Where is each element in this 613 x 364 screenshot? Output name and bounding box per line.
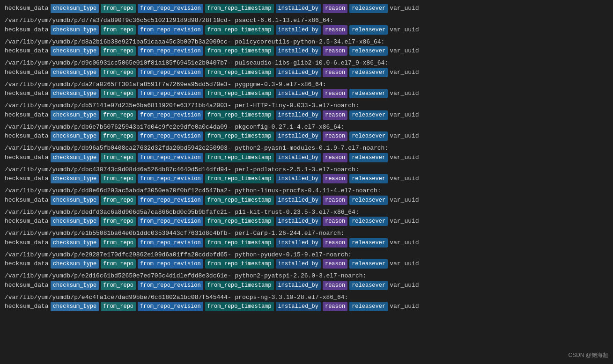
badge-from_repo_timestamp: from_repo_timestamp [205,153,274,162]
badge-from_repo_timestamp: from_repo_timestamp [205,238,274,248]
badge-from_repo_revision: from_repo_revision [138,25,203,35]
field-var_uuid: var_uuid [390,238,419,248]
badge-checksum_type: checksum_type [51,174,99,183]
path-line: /var/lib/yum/yumdb/p/e1b55081ba64e0b1ddc… [5,229,608,238]
badge-from_repo: from_repo [101,25,136,35]
badge-from_repo: from_repo [101,46,136,56]
field-hecksum_data: hecksum_data [5,217,49,226]
badge-checksum_type: checksum_type [51,131,99,141]
badge-from_repo_revision: from_repo_revision [138,259,203,269]
path-line: /var/lib/yum/yumdb/p/d9c06931cc5065e010f… [5,58,608,68]
field-var_uuid: var_uuid [390,89,419,98]
badge-installed_by: installed_by [276,89,321,98]
table-row: /var/lib/yum/yumdb/p/e4c4fa1ce7dad99bbe7… [5,293,608,312]
field-hecksum_data: hecksum_data [5,302,49,311]
path-line: /var/lib/yum/yumdb/p/da2fa0265ff301afa85… [5,80,608,89]
badge-reason: reason [323,153,347,162]
badge-from_repo_revision: from_repo_revision [138,110,203,120]
badge-from_repo: from_repo [101,217,136,226]
table-row: /var/lib/yum/yumdb/p/dd8e66d203ac5abdaf3… [5,186,608,205]
badge-from_repo_timestamp: from_repo_timestamp [205,4,274,13]
badge-reason: reason [323,302,347,311]
badge-from_repo_revision: from_repo_revision [138,302,203,311]
path-line: /var/lib/yum/yumdb/p/db57141e07d235e6ba6… [5,101,608,110]
fields-line: hecksum_datachecksum_typefrom_repofrom_r… [5,89,608,98]
badge-from_repo_timestamp: from_repo_timestamp [205,174,274,183]
badge-from_repo_revision: from_repo_revision [138,174,203,183]
badge-releasever: releasever [349,153,388,162]
field-var_uuid: var_uuid [390,25,419,35]
field-var_uuid: var_uuid [390,217,419,226]
field-var_uuid: var_uuid [390,4,419,13]
badge-checksum_type: checksum_type [51,281,99,290]
fields-line: hecksum_datachecksum_typefrom_repofrom_r… [5,46,608,56]
badge-from_repo_timestamp: from_repo_timestamp [205,259,274,269]
fields-line: hecksum_datachecksum_typefrom_repofrom_r… [5,238,608,248]
field-hecksum_data: hecksum_data [5,89,49,98]
badge-installed_by: installed_by [276,174,321,183]
badge-checksum_type: checksum_type [51,46,99,56]
table-row: /var/lib/yum/yumdb/p/dedfd3ac6a8d906d5a7… [5,208,608,226]
badge-releasever: releasever [349,89,388,98]
field-var_uuid: var_uuid [390,68,419,77]
fields-line: hecksum_datachecksum_typefrom_repofrom_r… [5,131,608,141]
table-row: /var/lib/yum/yumdb/p/d9c06931cc5065e010f… [5,58,608,77]
badge-releasever: releasever [349,174,388,183]
fields-line: hecksum_datachecksum_typefrom_repofrom_r… [5,174,608,183]
path-line: /var/lib/yum/yumdb/p/dedfd3ac6a8d906d5a7… [5,208,608,217]
badge-from_repo_revision: from_repo_revision [138,217,203,226]
badge-checksum_type: checksum_type [51,89,99,98]
fields-line: hecksum_datachecksum_typefrom_repofrom_r… [5,25,608,35]
field-var_uuid: var_uuid [390,281,419,290]
fields-line: hecksum_datachecksum_typefrom_repofrom_r… [5,217,608,226]
table-row: /var/lib/yum/yumdb/p/db6e7b507625943b17d… [5,123,608,141]
field-var_uuid: var_uuid [390,259,419,269]
badge-checksum_type: checksum_type [51,4,99,13]
badge-reason: reason [323,46,347,56]
badge-checksum_type: checksum_type [51,259,99,269]
table-row: /var/lib/yum/yumdb/p/db57141e07d235e6ba6… [5,101,608,120]
badge-releasever: releasever [349,196,388,205]
badge-installed_by: installed_by [276,259,321,269]
path-line: /var/lib/yum/yumdb/p/d8a2b16b38e9271ba51… [5,37,608,47]
path-line: /var/lib/yum/yumdb/p/dd8e66d203ac5abdaf3… [5,186,608,196]
badge-reason: reason [323,259,347,269]
field-var_uuid: var_uuid [390,110,419,120]
table-row: /var/lib/yum/yumdb/p/da2fa0265ff301afa85… [5,80,608,99]
badge-from_repo: from_repo [101,4,136,13]
badge-checksum_type: checksum_type [51,302,99,311]
field-hecksum_data: hecksum_data [5,196,49,205]
badge-checksum_type: checksum_type [51,25,99,35]
table-row: /var/lib/yum/yumdb/p/d8a2b16b38e9271ba51… [5,37,608,56]
fields-line: hecksum_datachecksum_typefrom_repofrom_r… [5,259,608,269]
badge-from_repo_revision: from_repo_revision [138,153,203,162]
badge-checksum_type: checksum_type [51,110,99,120]
field-hecksum_data: hecksum_data [5,110,49,120]
field-hecksum_data: hecksum_data [5,153,49,162]
badge-checksum_type: checksum_type [51,68,99,77]
badge-from_repo_revision: from_repo_revision [138,4,203,13]
path-line: /var/lib/yum/yumdb/p/dbc430743c9d08dd6a5… [5,165,608,175]
fields-line: hecksum_datachecksum_typefrom_repofrom_r… [5,196,608,205]
badge-reason: reason [323,89,347,98]
badge-reason: reason [323,25,347,35]
table-row: /var/lib/yum/yumdb/p/d77a37da890f9c36c5c… [5,16,608,35]
badge-releasever: releasever [349,68,388,77]
path-line: /var/lib/yum/yumdb/p/e2d16c61bd52650e7ed… [5,271,608,281]
badge-from_repo_revision: from_repo_revision [138,196,203,205]
badge-installed_by: installed_by [276,153,321,162]
path-line: /var/lib/yum/yumdb/p/db6e7b507625943b17d… [5,123,608,132]
badge-from_repo: from_repo [101,259,136,269]
badge-checksum_type: checksum_type [51,238,99,248]
watermark: CSDN @鲍海超 [568,351,608,359]
path-line: /var/lib/yum/yumdb/p/e4c4fa1ce7dad99bbe7… [5,293,608,302]
table-row: /var/lib/yum/yumdb/p/dbc430743c9d08dd6a5… [5,165,608,184]
field-var_uuid: var_uuid [390,302,419,311]
badge-reason: reason [323,281,347,290]
badge-releasever: releasever [349,281,388,290]
fields-line: hecksum_datachecksum_typefrom_repofrom_r… [5,281,608,290]
badge-from_repo_timestamp: from_repo_timestamp [205,25,274,35]
badge-from_repo: from_repo [101,302,136,311]
badge-from_repo_timestamp: from_repo_timestamp [205,131,274,141]
badge-reason: reason [323,217,347,226]
